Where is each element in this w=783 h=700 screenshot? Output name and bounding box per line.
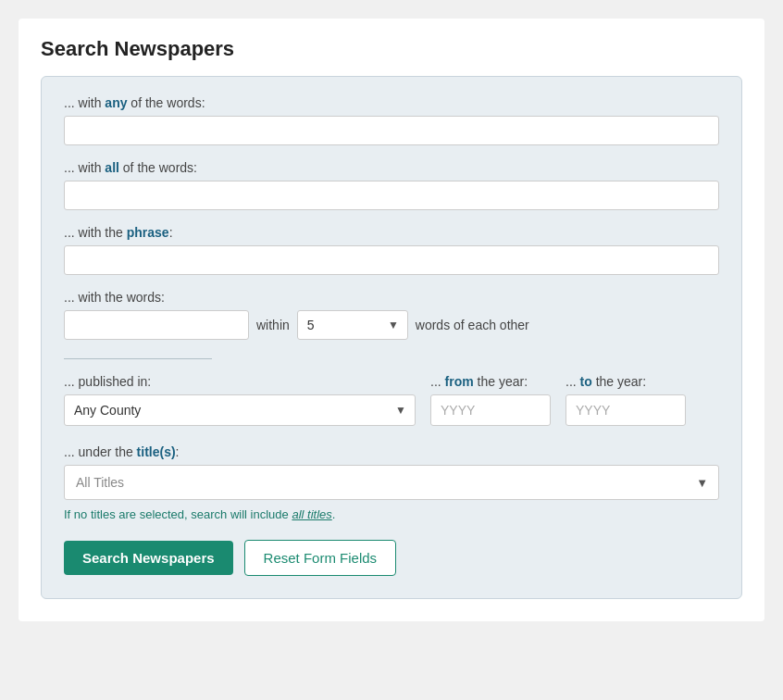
info-text: If no titles are selected, search will i… [64, 507, 719, 521]
to-year-col: ... to the year: [566, 374, 686, 426]
words-of-each-other-label: words of each other [416, 318, 529, 332]
titles-section: ... under the title(s): All Titles ▼ [64, 444, 719, 500]
any-words-label: ... with any of the words: [64, 95, 719, 110]
published-in-label: ... published in: [64, 374, 416, 389]
titles-label: ... under the title(s): [64, 444, 719, 459]
any-words-input[interactable] [64, 116, 719, 145]
to-year-label: ... to the year: [566, 374, 686, 389]
county-select-wrapper: Any County ▼ [64, 394, 416, 426]
proximity-row: within 1 2 3 4 5 6 7 8 9 10 ▼ [64, 310, 719, 340]
search-newspapers-button[interactable]: Search Newspapers [64, 541, 233, 575]
titles-select[interactable]: All Titles [64, 465, 719, 500]
within-label: within [256, 318, 290, 332]
with-words-group: ... with the words: within 1 2 3 4 5 6 7… [64, 290, 719, 340]
published-in-col: ... published in: Any County ▼ [64, 374, 416, 426]
search-panel: ... with any of the words: ... with all … [41, 76, 742, 599]
all-titles-link[interactable]: all titles [292, 507, 331, 521]
all-words-group: ... with all of the words: [64, 160, 719, 210]
proximity-select[interactable]: 1 2 3 4 5 6 7 8 9 10 [297, 310, 408, 340]
phrase-label: ... with the phrase: [64, 225, 719, 240]
from-year-col: ... from the year: [430, 374, 551, 426]
to-year-input[interactable] [566, 394, 686, 426]
published-row: ... published in: Any County ▼ ... from … [64, 374, 719, 426]
proximity-select-wrapper: 1 2 3 4 5 6 7 8 9 10 ▼ [297, 310, 408, 340]
with-words-input[interactable] [64, 310, 249, 340]
phrase-input[interactable] [64, 245, 719, 275]
section-divider [64, 358, 212, 359]
button-row: Search Newspapers Reset Form Fields [64, 540, 719, 576]
all-words-input[interactable] [64, 181, 719, 210]
page-title: Search Newspapers [41, 37, 742, 61]
reset-form-button[interactable]: Reset Form Fields [244, 540, 397, 576]
main-container: Search Newspapers ... with any of the wo… [19, 19, 764, 621]
county-select[interactable]: Any County [64, 394, 416, 426]
phrase-group: ... with the phrase: [64, 225, 719, 275]
from-year-label: ... from the year: [430, 374, 551, 389]
with-words-label: ... with the words: [64, 290, 719, 305]
from-year-input[interactable] [430, 394, 551, 426]
titles-select-wrapper: All Titles ▼ [64, 465, 719, 500]
any-words-group: ... with any of the words: [64, 95, 719, 145]
all-words-label: ... with all of the words: [64, 160, 719, 175]
